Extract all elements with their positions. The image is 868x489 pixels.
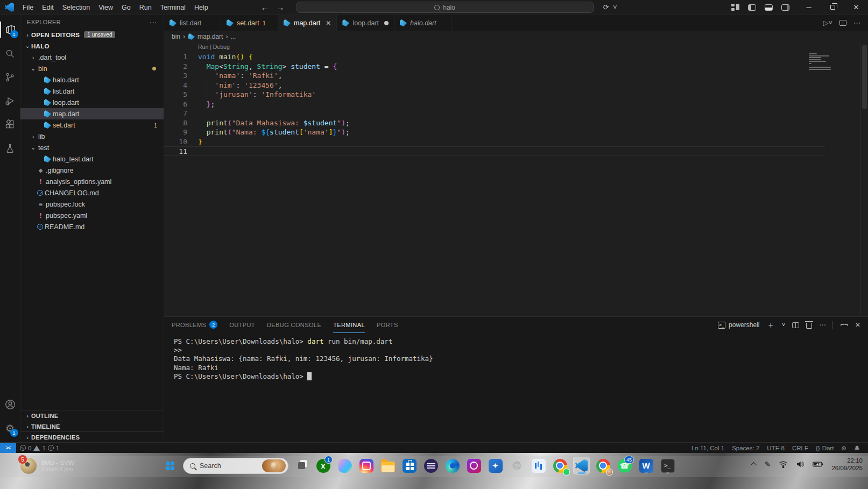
code-line-3[interactable]: 3 'nama': 'Rafki',: [164, 71, 825, 81]
code-line-11[interactable]: 11: [164, 146, 825, 156]
split-editor-icon[interactable]: [839, 20, 846, 26]
tab-map.dart[interactable]: map.dart✕: [278, 15, 337, 31]
taskbar-search[interactable]: Search: [183, 458, 288, 474]
activity-run-debug-icon[interactable]: [0, 89, 20, 112]
terminal-dropdown-icon[interactable]: ˅: [781, 321, 785, 329]
history-forward-button[interactable]: →: [277, 3, 285, 12]
close-button[interactable]: ✕: [844, 0, 868, 15]
pen-icon[interactable]: ✎: [765, 460, 771, 469]
minimap[interactable]: [809, 53, 832, 75]
menu-file[interactable]: File: [18, 2, 38, 13]
panel-tab-output[interactable]: OUTPUT: [229, 317, 255, 333]
history-back-button[interactable]: ←: [261, 3, 269, 12]
breadcrumb-symbol[interactable]: ...: [230, 33, 236, 40]
panel-more-actions-icon[interactable]: ⋯: [819, 321, 825, 329]
breadcrumb-file[interactable]: map.dart: [197, 33, 223, 40]
code-line-1[interactable]: 1void main() {: [164, 52, 825, 62]
code-line-5[interactable]: 5 'jurusan': 'Informatika': [164, 90, 825, 100]
volume-icon[interactable]: [796, 460, 805, 468]
sync-icon[interactable]: ⟳ ˅: [603, 3, 618, 11]
taskbar-eclipse[interactable]: [422, 457, 439, 474]
tab-loop.dart[interactable]: loop.dart: [337, 15, 394, 31]
taskbar-vscode[interactable]: [573, 457, 590, 474]
new-terminal-icon[interactable]: ＋: [766, 320, 774, 330]
notifications-bell-icon[interactable]: 🔔︎: [850, 445, 864, 451]
settings-gear-icon[interactable]: ⚙ 1: [0, 416, 20, 440]
split-terminal-icon[interactable]: [792, 322, 799, 328]
indentation[interactable]: Spaces: 2: [728, 445, 763, 451]
activity-extensions-icon[interactable]: [0, 112, 20, 136]
tree-item-.gitignore[interactable]: ◆.gitignore: [20, 165, 164, 176]
code-line-7[interactable]: 7: [164, 109, 825, 118]
taskbar-task-view[interactable]: [293, 457, 310, 474]
notification-toast[interactable]: 5 8MU - SVW Dalam 4 jam: [20, 455, 112, 477]
tab-dirty-dot-icon[interactable]: [384, 21, 389, 25]
menu-view[interactable]: View: [94, 2, 117, 13]
run-file-icon[interactable]: ▷˅: [823, 19, 832, 27]
code-line-8[interactable]: 8 print("Data Mahasiswa: $student");: [164, 118, 825, 128]
taskbar-edge[interactable]: [444, 457, 461, 474]
activity-explorer-icon[interactable]: 1: [0, 18, 20, 41]
tree-item-analysis_options.yaml[interactable]: !analysis_options.yaml: [20, 176, 164, 187]
tab-list.dart[interactable]: list.dart: [164, 15, 221, 31]
menu-terminal[interactable]: Terminal: [156, 2, 190, 13]
taskbar-terminal[interactable]: >_: [659, 457, 676, 474]
taskbar-chrome[interactable]: [552, 457, 568, 474]
problems-summary[interactable]: 0 1 i 1: [16, 443, 63, 453]
toggle-panel-icon[interactable]: [765, 4, 773, 11]
section-outline[interactable]: ›OUTLINE: [20, 410, 164, 421]
tree-item-CHANGELOG.md[interactable]: CHANGELOG.md: [20, 187, 164, 199]
tab-set.dart[interactable]: set.dart1: [221, 15, 278, 31]
code-line-10[interactable]: 10}: [164, 137, 825, 147]
tree-item-list.dart[interactable]: list.dart: [20, 86, 164, 97]
activity-source-control-icon[interactable]: [0, 65, 20, 89]
menu-run[interactable]: Run: [135, 2, 156, 13]
code-editor[interactable]: Run | Debug 1void main() {2 Map<String, …: [164, 42, 868, 316]
menu-selection[interactable]: Selection: [58, 2, 94, 13]
tree-item-halo_test.dart[interactable]: halo_test.dart: [20, 153, 164, 165]
taskbar-task-manager[interactable]: [530, 457, 547, 474]
tab-close-icon[interactable]: ✕: [326, 19, 331, 27]
section-dependencies[interactable]: ›DEPENDENCIES: [20, 431, 164, 442]
project-root-folder[interactable]: ⌄ HALO: [20, 40, 164, 52]
taskbar-settings[interactable]: [509, 457, 525, 474]
tree-item-.dart_tool[interactable]: ›.dart_tool: [20, 52, 164, 63]
panel-tab-debug-console[interactable]: DEBUG CONSOLE: [267, 317, 321, 333]
eol-sequence[interactable]: CRLF: [788, 445, 812, 451]
taskbar-instagram[interactable]: [358, 457, 375, 474]
taskbar-photos[interactable]: [487, 457, 504, 474]
tree-item-pubspec.lock[interactable]: ≡pubspec.lock: [20, 199, 164, 210]
breadcrumb-folder[interactable]: bin: [172, 33, 180, 40]
toggle-secondary-sidebar-icon[interactable]: [781, 4, 789, 11]
restore-button[interactable]: [821, 0, 844, 15]
tree-item-halo.dart[interactable]: halo.dart: [20, 74, 164, 86]
activity-testing-icon[interactable]: [0, 136, 20, 160]
taskbar-copilot[interactable]: [336, 457, 353, 474]
command-center-search[interactable]: halo: [297, 2, 594, 13]
customize-layout-icon[interactable]: [731, 4, 739, 11]
battery-icon[interactable]: [813, 461, 823, 467]
menu-go[interactable]: Go: [117, 2, 135, 13]
toggle-primary-sidebar-icon[interactable]: [748, 4, 756, 11]
tree-item-map.dart[interactable]: map.dart: [20, 108, 164, 119]
minimize-button[interactable]: ─: [797, 0, 821, 15]
close-panel-icon[interactable]: ✕: [855, 321, 860, 329]
language-mode[interactable]: {} Dart: [812, 445, 837, 451]
panel-tab-ports[interactable]: PORTS: [377, 317, 398, 333]
taskbar-start[interactable]: [161, 457, 178, 474]
activity-search-icon[interactable]: [0, 41, 20, 65]
cursor-position[interactable]: Ln 11, Col 1: [688, 445, 728, 451]
code-line-6[interactable]: 6 };: [164, 100, 825, 109]
tab-halo.dart[interactable]: halo.dart: [394, 15, 451, 31]
editor-scrollbar[interactable]: [860, 42, 868, 316]
taskbar-xbox[interactable]: x1: [315, 457, 331, 474]
account-icon[interactable]: [0, 393, 20, 416]
menu-edit[interactable]: Edit: [38, 2, 58, 13]
open-editors-section[interactable]: › OPEN EDITORS 1 unsaved: [20, 29, 164, 40]
taskbar-word[interactable]: W: [638, 457, 654, 474]
terminal-profile[interactable]: >_ powershell: [718, 321, 759, 329]
panel-tab-problems[interactable]: PROBLEMS2: [172, 317, 217, 333]
tree-item-loop.dart[interactable]: loop.dart: [20, 97, 164, 108]
kill-terminal-icon[interactable]: [806, 323, 812, 329]
tree-item-pubspec.yaml[interactable]: !pubspec.yaml: [20, 210, 164, 221]
